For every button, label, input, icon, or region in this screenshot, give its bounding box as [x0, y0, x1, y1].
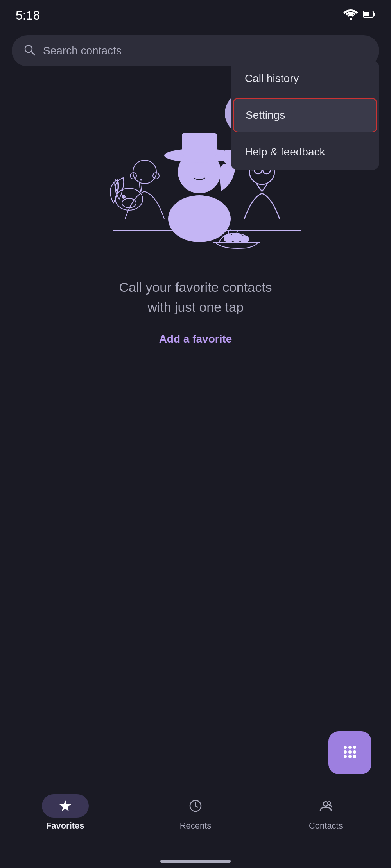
dialpad-icon — [340, 743, 360, 763]
bottom-nav: Favorites Recents Contacts — [0, 786, 391, 868]
battery-icon — [363, 9, 375, 21]
menu-item-call-history[interactable]: Call history — [231, 61, 379, 96]
status-time: 5:18 — [16, 8, 40, 23]
nav-item-recents[interactable]: Recents — [130, 794, 260, 831]
svg-point-26 — [124, 196, 125, 197]
dropdown-menu: Call history Settings Help & feedback — [231, 61, 379, 170]
recents-nav-label: Recents — [180, 821, 212, 831]
svg-marker-41 — [59, 800, 71, 811]
svg-point-36 — [348, 750, 352, 754]
menu-item-help-feedback[interactable]: Help & feedback — [231, 134, 379, 170]
svg-point-7 — [133, 160, 156, 184]
search-input-placeholder: Search contacts — [43, 45, 122, 57]
svg-point-10 — [168, 195, 231, 242]
status-bar: 5:18 — [0, 0, 391, 27]
svg-point-34 — [353, 746, 356, 749]
svg-point-31 — [240, 236, 249, 243]
empty-state-title: Call your favorite contactswith just one… — [23, 277, 368, 317]
svg-rect-2 — [364, 12, 369, 16]
empty-state: Call your favorite contactswith just one… — [0, 277, 391, 345]
svg-rect-3 — [374, 13, 375, 16]
status-icons — [343, 9, 375, 21]
svg-point-38 — [344, 755, 347, 758]
svg-point-0 — [350, 18, 352, 20]
search-icon — [23, 44, 36, 58]
wifi-icon — [343, 9, 358, 21]
svg-point-37 — [353, 750, 356, 754]
menu-item-settings[interactable]: Settings — [233, 98, 377, 132]
svg-point-33 — [348, 746, 352, 749]
recents-nav-icon — [184, 794, 207, 818]
svg-point-32 — [344, 746, 347, 749]
svg-line-5 — [31, 52, 35, 55]
favorites-nav-label: Favorites — [46, 821, 84, 831]
svg-point-39 — [348, 755, 352, 758]
nav-item-contacts[interactable]: Contacts — [261, 794, 391, 831]
nav-item-favorites[interactable]: Favorites — [0, 794, 130, 831]
add-favorite-button[interactable]: Add a favorite — [159, 333, 232, 345]
contacts-nav-label: Contacts — [309, 821, 343, 831]
home-indicator — [160, 860, 231, 863]
svg-point-43 — [323, 802, 328, 806]
svg-rect-13 — [182, 133, 217, 156]
svg-point-24 — [122, 198, 136, 208]
svg-point-40 — [353, 755, 356, 758]
contacts-nav-icon — [314, 794, 337, 818]
favorites-nav-icon — [42, 794, 89, 818]
dial-fab-button[interactable] — [328, 731, 371, 774]
svg-point-35 — [344, 750, 347, 754]
